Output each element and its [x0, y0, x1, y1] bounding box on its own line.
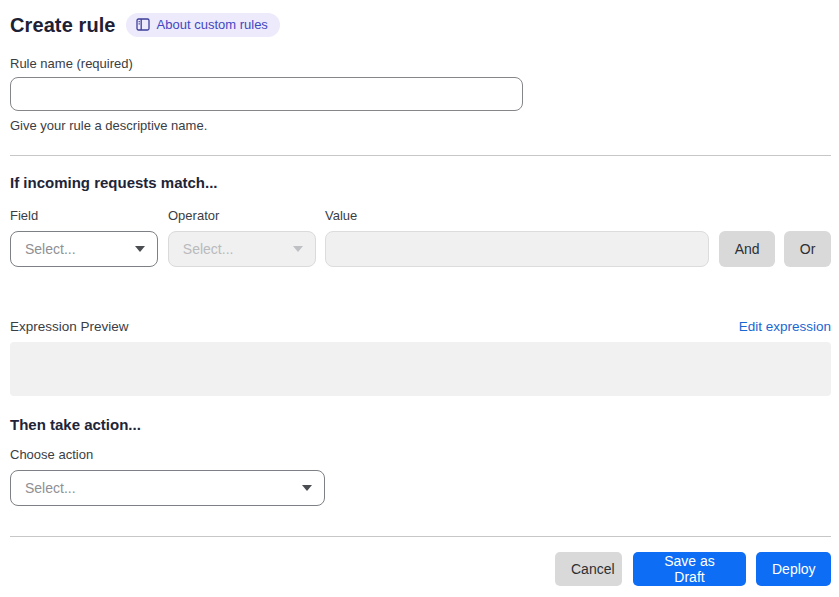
- rule-name-helper-text: Give your rule a descriptive name.: [10, 118, 831, 133]
- value-input: [325, 231, 709, 267]
- rule-name-input[interactable]: [10, 77, 523, 111]
- create-rule-page: Create rule About custom rules Rule name…: [0, 0, 839, 586]
- or-button[interactable]: Or: [784, 231, 831, 267]
- about-custom-rules-badge[interactable]: About custom rules: [126, 13, 280, 37]
- expression-preview-label: Expression Preview: [10, 319, 129, 334]
- field-select[interactable]: Select...: [10, 231, 158, 267]
- page-title: Create rule: [10, 14, 116, 37]
- chevron-down-icon: [302, 485, 312, 491]
- footer-divider: [10, 536, 831, 537]
- field-label: Field: [10, 208, 158, 223]
- footer-actions: Cancel Save as Draft Deploy: [10, 552, 831, 586]
- book-icon: [136, 18, 150, 31]
- chevron-down-icon: [135, 246, 145, 252]
- expression-preview-row: Expression Preview Edit expression: [10, 319, 831, 334]
- field-select-placeholder: Select...: [25, 241, 76, 257]
- about-badge-label: About custom rules: [157, 17, 268, 32]
- action-select-placeholder: Select...: [25, 480, 76, 496]
- choose-action-label: Choose action: [10, 447, 831, 462]
- chevron-down-icon: [293, 246, 303, 252]
- cancel-button[interactable]: Cancel: [555, 552, 622, 586]
- action-section-heading: Then take action...: [10, 416, 831, 433]
- expression-preview-box: [10, 342, 831, 396]
- operator-select: Select...: [168, 231, 316, 267]
- condition-row: Select... Select... And Or: [10, 231, 831, 267]
- action-select[interactable]: Select...: [10, 470, 325, 506]
- page-header: Create rule About custom rules: [10, 12, 831, 38]
- section-divider: [10, 155, 831, 156]
- value-label: Value: [325, 208, 710, 223]
- match-section-heading: If incoming requests match...: [10, 174, 831, 191]
- operator-label: Operator: [168, 208, 316, 223]
- edit-expression-link[interactable]: Edit expression: [739, 319, 831, 334]
- deploy-button[interactable]: Deploy: [756, 552, 831, 586]
- and-button[interactable]: And: [719, 231, 775, 267]
- operator-select-placeholder: Select...: [183, 241, 234, 257]
- condition-labels-row: Field Operator Value: [10, 208, 831, 223]
- save-as-draft-button[interactable]: Save as Draft: [633, 552, 746, 586]
- rule-name-label: Rule name (required): [10, 56, 831, 71]
